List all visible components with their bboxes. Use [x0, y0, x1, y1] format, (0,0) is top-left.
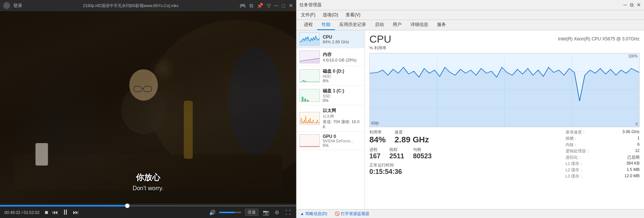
sidebar-item-ethernet[interactable]: 以太网 以太网 发送: 704 接收: 16.0 K	[296, 105, 365, 132]
chart-max-label: 100%	[628, 54, 638, 58]
svg-rect-9	[184, 100, 193, 159]
chart-min-label: 0	[635, 122, 638, 126]
tab-services[interactable]: 服务	[433, 20, 450, 30]
player-titlebar: 登录 2160p.HD国语中字无水印[66影视www.66Ys.Co].mkv …	[0, 0, 296, 11]
disk0-sidebar-name: 磁盘 0 (D:)	[323, 68, 362, 75]
progress-filled	[0, 205, 127, 207]
progress-thumb[interactable]	[125, 204, 130, 208]
tm-restore-icon[interactable]: ⧉	[630, 2, 634, 8]
tm-content: CPU 84% 2.89 GHz 内存 4.6/16.0 GB (29%)	[296, 30, 644, 209]
volume-icon[interactable]: 🔊	[209, 209, 215, 215]
cpu-graph-svg	[370, 53, 639, 127]
cpu-util-label: % 利用率	[369, 45, 391, 51]
menu-options[interactable]: 选项(O)	[321, 11, 339, 19]
sidebar-item-cpu[interactable]: CPU 84% 2.89 GHz	[296, 30, 365, 48]
summary-link[interactable]: ▲ 简略信息(D)	[300, 211, 327, 217]
tm-main: CPU % 利用率 Intel(R) Xeon(R) CPU X5675 @ 3…	[365, 30, 644, 209]
controls-right: 🔊 倍速 📷 ⚙ ⛶	[209, 209, 292, 216]
tm-bottombar: ▲ 简略信息(D) 🚫 打开资源监视器	[296, 209, 644, 218]
tab-details[interactable]: 详细信息	[406, 20, 433, 30]
socket-label: 插槽：	[566, 136, 578, 141]
svg-rect-3	[36, 143, 48, 165]
svg-point-10	[228, 47, 282, 155]
tab-performance[interactable]: 性能	[317, 20, 335, 30]
task-manager: 任务管理器 ─ ⧉ ✕ 文件(F) 选项(O) 查看(V) 进程 性能 应用历史…	[296, 0, 644, 218]
tab-startup[interactable]: 启动	[370, 20, 388, 30]
spec-core: 内核： 6	[566, 142, 640, 148]
tab-process[interactable]: 进程	[299, 20, 317, 30]
cpu-mini-chart	[299, 33, 320, 46]
subtitle-cn: 你放心	[136, 172, 160, 183]
l2-label: L2 缓存：	[566, 167, 583, 173]
cpu-model: Intel(R) Xeon(R) CPU X5675 @ 3.07GHz	[558, 36, 640, 42]
next-button[interactable]: ⏭	[73, 209, 79, 216]
tab-app-history[interactable]: 应用历史记录	[335, 20, 370, 30]
gpu-sidebar-sub: 5%	[323, 143, 362, 148]
player-window-controls: 🎮 ⧉ 📌 ▽ ─ □ ✕	[239, 3, 293, 9]
game-icon[interactable]: 🎮	[239, 3, 246, 9]
svg-rect-18	[304, 99, 306, 102]
window-restore-icon[interactable]: ⧉	[249, 3, 253, 9]
cpu-specs: 基准速度： 3.06 GHz 插槽： 1 内核： 6 逻辑处理器： 12	[566, 129, 640, 180]
volume-filled	[219, 212, 235, 213]
speed-badge[interactable]: 倍速	[245, 209, 258, 216]
time-display: 00:48:32 / 01:52:02	[4, 210, 40, 215]
svg-rect-19	[307, 100, 309, 102]
player-title: 2160p.HD国语中字无水印[66影视www.66Ys.Co].mkv	[83, 3, 179, 9]
base-speed-value: 3.06 GHz	[623, 129, 640, 135]
menu-view[interactable]: 查看(V)	[344, 11, 362, 19]
tm-minimize-icon[interactable]: ─	[623, 2, 627, 8]
stop-button[interactable]: ■	[45, 209, 48, 216]
screenshot-icon[interactable]: 📷	[262, 209, 269, 216]
memory-sidebar-sub: 4.6/16.0 GB (29%)	[323, 58, 362, 62]
runtime-label: 正常运行时间	[369, 162, 566, 168]
memory-mini-chart	[299, 50, 320, 63]
virtual-value: 已启用	[627, 155, 640, 160]
spec-l2: L2 缓存： 1.5 MB	[566, 167, 640, 173]
window-pin-icon[interactable]: 📌	[257, 3, 263, 9]
disk0-type: HDD	[323, 75, 362, 79]
tm-close-icon[interactable]: ✕	[637, 2, 641, 8]
cpu-header: CPU % 利用率 Intel(R) Xeon(R) CPU X5675 @ 3…	[369, 33, 640, 52]
play-pause-button[interactable]: ⏸	[62, 208, 69, 217]
l2-value: 1.5 MB	[627, 167, 640, 173]
controls-bar: 00:48:32 / 01:52:02 ■ ⏮ ⏸ ⏭ 🔊 倍速 📷 ⚙	[0, 207, 296, 218]
window-menu-icon[interactable]: ▽	[267, 3, 271, 9]
disk1-sidebar-name: 磁盘 1 (C:)	[323, 88, 362, 94]
window-minimize-icon[interactable]: ─	[275, 3, 278, 9]
memory-sidebar-info: 内存 4.6/16.0 GB (29%)	[323, 52, 362, 62]
prev-button[interactable]: ⏮	[52, 209, 58, 216]
volume-track[interactable]	[219, 212, 241, 213]
eth-sidebar-name: 以太网	[323, 108, 362, 114]
player-controls: 00:48:32 / 01:52:02 ■ ⏮ ⏸ ⏭ 🔊 倍速 📷 ⚙	[0, 204, 296, 218]
sidebar-item-gpu[interactable]: GPU 0 NVIDIA GeForce... 5%	[296, 132, 365, 150]
tm-sidebar: CPU 84% 2.89 GHz 内存 4.6/16.0 GB (29%)	[296, 30, 365, 209]
menu-file[interactable]: 文件(F)	[299, 11, 317, 19]
disk1-type: SSD	[323, 94, 362, 98]
eth-sidebar-sub: 发送: 704 接收: 16.0 K	[323, 119, 362, 129]
cpu-title: CPU	[369, 33, 391, 45]
gpu-sidebar-name: GPU 0	[323, 134, 362, 139]
window-close-icon[interactable]: ✕	[289, 3, 293, 9]
tab-users[interactable]: 用户	[388, 20, 406, 30]
settings-icon[interactable]: ⚙	[273, 209, 281, 216]
sidebar-item-memory[interactable]: 内存 4.6/16.0 GB (29%)	[296, 48, 365, 66]
fullscreen-icon[interactable]: ⛶	[284, 209, 292, 216]
spec-virtual: 虚拟化： 已启用	[566, 155, 640, 160]
disk1-sidebar-info: 磁盘 1 (C:) SSD 0%	[323, 88, 362, 103]
sidebar-item-disk0[interactable]: 磁盘 0 (D:) HDD 8%	[296, 66, 365, 86]
progress-track[interactable]	[0, 205, 296, 207]
l3-value: 12.0 MB	[624, 174, 640, 179]
chart-time-label: 60秒	[371, 121, 379, 126]
proc-block: 进程 167	[369, 147, 380, 160]
player-login[interactable]: 登录	[13, 3, 22, 9]
time-total: 01:52:02	[24, 210, 40, 215]
handle-label: 句柄	[413, 147, 432, 152]
cpu-usage-block: 利用率 84%	[369, 129, 386, 145]
window-maximize-icon[interactable]: □	[282, 3, 285, 9]
sidebar-item-disk1[interactable]: 磁盘 1 (C:) SSD 0%	[296, 86, 365, 105]
resource-monitor-link[interactable]: 🚫 打开资源监视器	[335, 211, 369, 217]
video-area[interactable]: 你放心 Don't worry.	[0, 11, 296, 204]
base-speed-label: 基准速度：	[566, 129, 586, 135]
eth-type: 以太网	[323, 114, 362, 119]
